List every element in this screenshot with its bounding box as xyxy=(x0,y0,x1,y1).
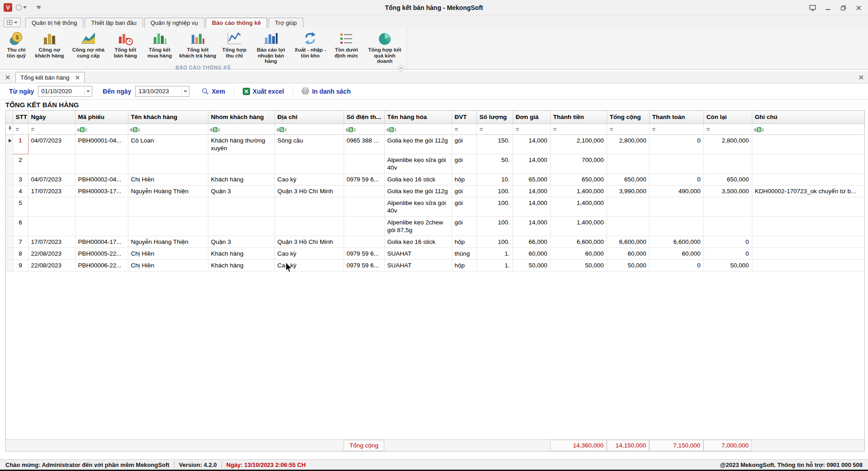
cell[interactable] xyxy=(75,154,128,173)
cell[interactable]: 490,000 xyxy=(649,185,703,197)
cell[interactable] xyxy=(28,216,75,236)
column-header-14[interactable]: Thanh toán xyxy=(649,111,703,124)
column-header-5[interactable]: Nhóm khách hàng xyxy=(208,111,274,124)
cell[interactable]: 60,000 xyxy=(649,247,703,259)
cell[interactable]: 50,000 xyxy=(513,259,550,271)
filter-cell-13[interactable]: = xyxy=(607,124,649,134)
filter-cell-9[interactable]: = xyxy=(452,124,476,134)
cell[interactable]: Quận 3 xyxy=(208,236,274,247)
cell[interactable]: 6,600,000 xyxy=(649,236,703,247)
cell[interactable]: 6 xyxy=(13,216,28,236)
cell[interactable]: PBH00005-22... xyxy=(75,247,128,259)
cell[interactable]: 1. xyxy=(476,259,513,271)
column-header-6[interactable]: Địa chỉ xyxy=(274,111,344,124)
close-all-tabs-button[interactable] xyxy=(4,73,12,81)
filter-cell-16[interactable]: abc xyxy=(752,124,864,134)
cell[interactable] xyxy=(752,134,864,154)
cell[interactable]: Khách hàng xyxy=(208,173,274,185)
cell[interactable]: Quận 3 xyxy=(208,185,274,197)
filter-cell-4[interactable]: abc xyxy=(128,124,208,134)
ribbon-button-2[interactable]: Công nợ khách hàng xyxy=(31,29,68,65)
quick-access-customize-icon[interactable] xyxy=(37,6,41,9)
cell[interactable]: 14,000 xyxy=(513,185,550,197)
cell[interactable]: Khách hàng xyxy=(208,259,274,271)
tab-tong-ket-ban-hang[interactable]: Tổng kết bán hàng xyxy=(15,72,85,83)
cell[interactable]: 2,800,000 xyxy=(607,134,649,154)
ribbon-tab-2[interactable]: Thiết lập ban đầu xyxy=(85,18,142,28)
filter-pin-cell[interactable] xyxy=(6,124,13,134)
cell[interactable]: 50,000 xyxy=(607,259,649,271)
cell[interactable]: 0979 59 6... xyxy=(344,247,384,259)
column-header-9[interactable]: ĐVT xyxy=(452,111,476,124)
cell[interactable]: Chị Hiền xyxy=(128,259,208,271)
cell[interactable] xyxy=(128,216,208,236)
cell[interactable]: 17/07/2023 xyxy=(28,236,75,247)
cell[interactable] xyxy=(752,236,864,247)
cell[interactable]: 04/07/2023 xyxy=(28,134,75,154)
ribbon-tab-4[interactable]: Báo cáo thống kê xyxy=(206,18,267,28)
cell[interactable]: 650,000 xyxy=(607,173,649,185)
cell[interactable]: Alpenlibe kẹo 2chew gói 87,5g xyxy=(384,216,452,236)
cell[interactable]: Quận 3 Hồ Chí Minh xyxy=(274,185,344,197)
ribbon-button-6[interactable]: Tổng kết khách trả hàng xyxy=(177,29,218,65)
cell[interactable]: 6,600,000 xyxy=(607,236,649,247)
fit-screen-button[interactable] xyxy=(806,2,819,13)
from-date-input[interactable]: 01/10/2020 xyxy=(38,86,92,97)
cell[interactable] xyxy=(752,197,864,216)
cell[interactable] xyxy=(607,197,649,216)
cell[interactable]: hộp xyxy=(452,173,476,185)
cell[interactable]: gói xyxy=(452,197,476,216)
cell[interactable]: Sông cầu xyxy=(274,134,344,154)
cell[interactable]: 17/07/2023 xyxy=(28,185,75,197)
cell[interactable] xyxy=(649,197,703,216)
cell[interactable]: 0 xyxy=(703,236,752,247)
filter-cell-7[interactable]: abc xyxy=(344,124,384,134)
column-header-2[interactable]: Ngày xyxy=(28,111,75,124)
ribbon-button-5[interactable]: Tổng kết mua hàng xyxy=(142,29,177,65)
ribbon-button-1[interactable]: $Thu chi tồn quỹ xyxy=(2,29,31,65)
cell[interactable]: 65,000 xyxy=(513,173,550,185)
cell[interactable] xyxy=(344,154,384,173)
cell[interactable]: Nguyễn Hoàng Thiện xyxy=(128,185,208,197)
cell[interactable] xyxy=(752,247,864,259)
cell[interactable]: 0 xyxy=(703,247,752,259)
filter-cell-6[interactable]: abc xyxy=(274,124,344,134)
cell[interactable]: gói xyxy=(452,134,476,154)
column-header-13[interactable]: Tổng cộng xyxy=(607,111,649,124)
minimize-button[interactable] xyxy=(821,2,835,13)
filter-cell-14[interactable]: = xyxy=(649,124,703,134)
cell[interactable]: 5 xyxy=(13,197,28,216)
cell[interactable]: 100. xyxy=(476,197,513,216)
cell[interactable]: 2,800,000 xyxy=(703,134,752,154)
cell[interactable]: Cao kỳ xyxy=(274,247,344,259)
cell[interactable]: 3,990,000 xyxy=(607,185,649,197)
print-list-button[interactable]: In danh sách xyxy=(300,88,353,95)
dropdown-arrow-icon[interactable] xyxy=(181,86,189,96)
cell[interactable]: thùng xyxy=(452,247,476,259)
cell[interactable]: 50,000 xyxy=(550,259,607,271)
column-header-15[interactable]: Còn lại xyxy=(703,111,752,124)
cell[interactable] xyxy=(607,216,649,236)
column-header-10[interactable]: Số lượng xyxy=(476,111,513,124)
ribbon-tab-3[interactable]: Quản lý nghiệp vụ xyxy=(144,18,204,28)
cell[interactable]: Golia kẹo 16 stick xyxy=(384,236,452,247)
filter-cell-3[interactable]: abc xyxy=(75,124,128,134)
cell[interactable]: 0 xyxy=(649,173,703,185)
cell[interactable]: 0979 59 6... xyxy=(344,259,384,271)
cell[interactable]: 14,000 xyxy=(513,134,550,154)
cell[interactable]: 50. xyxy=(476,154,513,173)
cell[interactable] xyxy=(752,216,864,236)
ribbon-tab-5[interactable]: Trợ giúp xyxy=(269,18,303,28)
cell[interactable] xyxy=(75,197,128,216)
cell[interactable]: Cô Loan xyxy=(128,134,208,154)
cell[interactable]: 0965 388 ... xyxy=(344,134,384,154)
cell[interactable]: 650,000 xyxy=(550,173,607,185)
column-header-3[interactable]: Mã phiếu xyxy=(75,111,128,124)
cell[interactable]: 9 xyxy=(13,259,28,271)
cell[interactable] xyxy=(274,216,344,236)
cell[interactable]: Alpenlibe kẹo sữa gói 40v xyxy=(384,197,452,216)
filter-cell-11[interactable]: = xyxy=(513,124,550,134)
filter-cell-2[interactable]: = xyxy=(28,124,75,134)
cell[interactable]: PBH00001-04... xyxy=(75,134,128,154)
cell[interactable]: 700,000 xyxy=(550,154,607,173)
